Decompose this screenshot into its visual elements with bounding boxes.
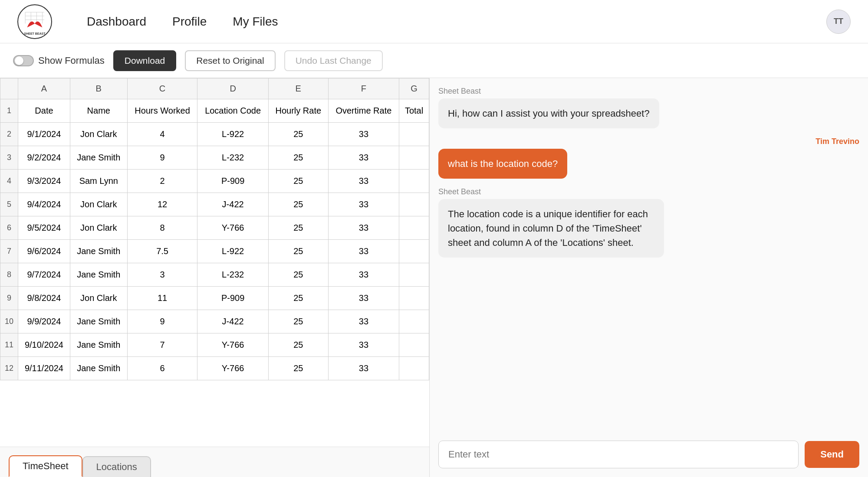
cell-f9[interactable]: 33 xyxy=(328,287,399,310)
cell-a11[interactable]: 9/10/2024 xyxy=(18,333,70,357)
cell-b9[interactable]: Jon Clark xyxy=(70,287,127,310)
cell-a8[interactable]: 9/7/2024 xyxy=(18,263,70,287)
cell-c5[interactable]: 12 xyxy=(127,193,197,216)
cell-f1[interactable]: Overtime Rate xyxy=(328,99,399,123)
cell-b8[interactable]: Jane Smith xyxy=(70,263,127,287)
cell-g7[interactable] xyxy=(399,240,429,263)
cell-c7[interactable]: 7.5 xyxy=(127,240,197,263)
cell-a7[interactable]: 9/6/2024 xyxy=(18,240,70,263)
cell-e8[interactable]: 25 xyxy=(268,263,328,287)
reset-button[interactable]: Reset to Original xyxy=(185,50,275,71)
cell-g8[interactable] xyxy=(399,263,429,287)
cell-e10[interactable]: 25 xyxy=(268,310,328,333)
cell-d1[interactable]: Location Code xyxy=(197,99,268,123)
cell-g10[interactable] xyxy=(399,310,429,333)
cell-g9[interactable] xyxy=(399,287,429,310)
cell-b2[interactable]: Jon Clark xyxy=(70,123,127,146)
cell-e1[interactable]: Hourly Rate xyxy=(268,99,328,123)
cell-c10[interactable]: 9 xyxy=(127,310,197,333)
cell-e4[interactable]: 25 xyxy=(268,170,328,193)
cell-e11[interactable]: 25 xyxy=(268,333,328,357)
cell-e12[interactable]: 25 xyxy=(268,357,328,380)
cell-c6[interactable]: 8 xyxy=(127,216,197,240)
cell-a5[interactable]: 9/4/2024 xyxy=(18,193,70,216)
cell-f7[interactable]: 33 xyxy=(328,240,399,263)
cell-c2[interactable]: 4 xyxy=(127,123,197,146)
cell-f11[interactable]: 33 xyxy=(328,333,399,357)
show-formulas-toggle-label[interactable]: Show Formulas xyxy=(13,55,105,66)
send-button[interactable]: Send xyxy=(805,441,859,468)
cell-g4[interactable] xyxy=(399,170,429,193)
cell-b1[interactable]: Name xyxy=(70,99,127,123)
cell-g3[interactable] xyxy=(399,146,429,170)
cell-f4[interactable]: 33 xyxy=(328,170,399,193)
cell-g5[interactable] xyxy=(399,193,429,216)
avatar[interactable]: TT xyxy=(826,10,851,34)
nav-myfiles[interactable]: My Files xyxy=(233,15,278,29)
cell-a9[interactable]: 9/8/2024 xyxy=(18,287,70,310)
cell-c8[interactable]: 3 xyxy=(127,263,197,287)
cell-a2[interactable]: 9/1/2024 xyxy=(18,123,70,146)
cell-d5[interactable]: J-422 xyxy=(197,193,268,216)
col-b-header: B xyxy=(70,78,127,99)
sheet-content[interactable]: A B C D E F G 1 Date Name Hou xyxy=(0,78,429,447)
cell-c11[interactable]: 7 xyxy=(127,333,197,357)
cell-c1[interactable]: Hours Worked xyxy=(127,99,197,123)
cell-d3[interactable]: L-232 xyxy=(197,146,268,170)
cell-d4[interactable]: P-909 xyxy=(197,170,268,193)
cell-c3[interactable]: 9 xyxy=(127,146,197,170)
cell-a3[interactable]: 9/2/2024 xyxy=(18,146,70,170)
cell-b3[interactable]: Jane Smith xyxy=(70,146,127,170)
cell-d11[interactable]: Y-766 xyxy=(197,333,268,357)
cell-d10[interactable]: J-422 xyxy=(197,310,268,333)
undo-button[interactable]: Undo Last Change xyxy=(284,50,383,71)
toggle-track xyxy=(13,55,34,66)
cell-g1[interactable]: Total xyxy=(399,99,429,123)
cell-d2[interactable]: L-922 xyxy=(197,123,268,146)
cell-g6[interactable] xyxy=(399,216,429,240)
cell-b7[interactable]: Jane Smith xyxy=(70,240,127,263)
cell-g2[interactable] xyxy=(399,123,429,146)
chat-input[interactable] xyxy=(438,441,799,468)
cell-a4[interactable]: 9/3/2024 xyxy=(18,170,70,193)
download-button[interactable]: Download xyxy=(113,50,176,71)
cell-c4[interactable]: 2 xyxy=(127,170,197,193)
cell-e5[interactable]: 25 xyxy=(268,193,328,216)
cell-a6[interactable]: 9/5/2024 xyxy=(18,216,70,240)
cell-g12[interactable] xyxy=(399,357,429,380)
cell-b4[interactable]: Sam Lynn xyxy=(70,170,127,193)
cell-f6[interactable]: 33 xyxy=(328,216,399,240)
cell-b5[interactable]: Jon Clark xyxy=(70,193,127,216)
cell-d9[interactable]: P-909 xyxy=(197,287,268,310)
cell-a1[interactable]: Date xyxy=(18,99,70,123)
cell-a10[interactable]: 9/9/2024 xyxy=(18,310,70,333)
nav-profile[interactable]: Profile xyxy=(172,15,207,29)
cell-g11[interactable] xyxy=(399,333,429,357)
cell-e7[interactable]: 25 xyxy=(268,240,328,263)
cell-e2[interactable]: 25 xyxy=(268,123,328,146)
cell-d8[interactable]: L-232 xyxy=(197,263,268,287)
tab-locations[interactable]: Locations xyxy=(82,456,151,477)
show-formulas-toggle[interactable] xyxy=(13,55,34,66)
cell-f3[interactable]: 33 xyxy=(328,146,399,170)
cell-d7[interactable]: L-922 xyxy=(197,240,268,263)
cell-a12[interactable]: 9/11/2024 xyxy=(18,357,70,380)
cell-e9[interactable]: 25 xyxy=(268,287,328,310)
cell-f8[interactable]: 33 xyxy=(328,263,399,287)
cell-b10[interactable]: Jane Smith xyxy=(70,310,127,333)
cell-d12[interactable]: Y-766 xyxy=(197,357,268,380)
cell-f5[interactable]: 33 xyxy=(328,193,399,216)
cell-e6[interactable]: 25 xyxy=(268,216,328,240)
cell-c9[interactable]: 11 xyxy=(127,287,197,310)
nav-dashboard[interactable]: Dashboard xyxy=(87,15,146,29)
cell-f2[interactable]: 33 xyxy=(328,123,399,146)
cell-d6[interactable]: Y-766 xyxy=(197,216,268,240)
cell-b11[interactable]: Jane Smith xyxy=(70,333,127,357)
cell-e3[interactable]: 25 xyxy=(268,146,328,170)
cell-f12[interactable]: 33 xyxy=(328,357,399,380)
cell-f10[interactable]: 33 xyxy=(328,310,399,333)
tab-timesheet[interactable]: TimeSheet xyxy=(9,455,82,477)
cell-b6[interactable]: Jon Clark xyxy=(70,216,127,240)
cell-b12[interactable]: Jane Smith xyxy=(70,357,127,380)
cell-c12[interactable]: 6 xyxy=(127,357,197,380)
